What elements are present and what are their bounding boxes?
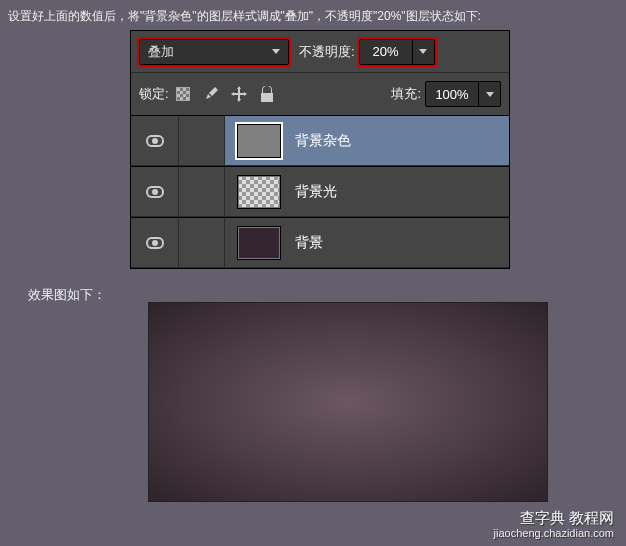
instruction-text: 设置好上面的数值后，将"背景杂色"的图层样式调成"叠加"，不透明度"20%"图层… [8, 8, 481, 25]
watermark-url: jiaocheng.chazidian.com [494, 527, 614, 540]
layer-row[interactable]: 背景光 [131, 166, 509, 217]
layer-thumbnail[interactable] [237, 226, 281, 260]
fill-field[interactable]: 100% [425, 81, 501, 107]
chevron-down-icon [419, 49, 427, 54]
visibility-toggle[interactable] [131, 167, 179, 216]
layers-list: 背景杂色 背景光 背景 [131, 115, 509, 268]
layer-name: 背景光 [295, 183, 337, 201]
blend-mode-dropdown[interactable]: 叠加 [139, 39, 289, 65]
layer-row[interactable]: 背景 [131, 217, 509, 268]
layers-panel: 叠加 不透明度: 20% 锁定: 填充: 100% [130, 30, 510, 269]
link-column[interactable] [179, 116, 225, 165]
eye-icon [146, 186, 164, 198]
visibility-toggle[interactable] [131, 218, 179, 267]
opacity-field[interactable]: 20% [359, 39, 435, 65]
layer-thumbnail[interactable] [237, 124, 281, 158]
opacity-dropdown-button[interactable] [413, 39, 435, 65]
lock-icons-group [175, 86, 275, 102]
layer-main[interactable]: 背景杂色 [225, 116, 509, 165]
fill-value[interactable]: 100% [425, 81, 479, 107]
result-label: 效果图如下： [28, 286, 106, 304]
lock-transparency-icon[interactable] [175, 86, 191, 102]
lock-image-icon[interactable] [203, 86, 219, 102]
link-column[interactable] [179, 167, 225, 216]
chevron-down-icon [486, 92, 494, 97]
fill-dropdown-button[interactable] [479, 81, 501, 107]
lock-all-icon[interactable] [259, 86, 275, 102]
layer-thumbnail[interactable] [237, 175, 281, 209]
opacity-label: 不透明度: [299, 43, 355, 61]
layer-main[interactable]: 背景光 [225, 167, 509, 216]
blend-mode-value: 叠加 [148, 43, 174, 61]
layer-main[interactable]: 背景 [225, 218, 509, 267]
lock-fill-row: 锁定: 填充: 100% [131, 73, 509, 115]
opacity-value[interactable]: 20% [359, 39, 413, 65]
layer-row[interactable]: 背景杂色 [131, 115, 509, 166]
layer-name: 背景 [295, 234, 323, 252]
watermark-title: 查字典 教程网 [494, 509, 614, 527]
fill-label: 填充: [391, 85, 421, 103]
watermark: 查字典 教程网 jiaocheng.chazidian.com [494, 509, 614, 540]
result-preview [148, 302, 548, 502]
lock-label: 锁定: [139, 85, 169, 103]
eye-icon [146, 237, 164, 249]
chevron-down-icon [272, 49, 280, 54]
visibility-toggle[interactable] [131, 116, 179, 165]
layer-name: 背景杂色 [295, 132, 351, 150]
blend-opacity-row: 叠加 不透明度: 20% [131, 31, 509, 73]
eye-icon [146, 135, 164, 147]
lock-position-icon[interactable] [231, 86, 247, 102]
link-column[interactable] [179, 218, 225, 267]
